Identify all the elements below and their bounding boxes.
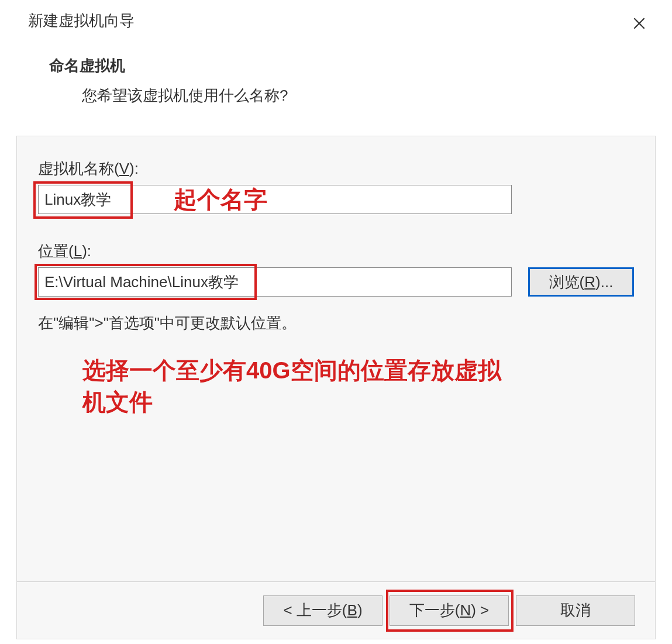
button-label: 下一步( [409,601,460,619]
vm-name-label: 虚拟机名称(V): [38,159,634,179]
next-button-wrap: 下一步(N) > [390,595,509,626]
close-icon [632,16,647,31]
button-accel: N [460,601,471,619]
button-label: 浏览( [549,273,585,291]
browse-button[interactable]: 浏览(R)... [528,267,634,297]
vm-location-label: 位置(L): [38,241,634,261]
vm-location-input[interactable] [38,267,512,297]
label-text: 虚拟机名称( [38,160,119,177]
button-label: ) > [471,601,489,619]
button-accel: R [584,273,595,291]
dialog-footer: < 上一步(B) 下一步(N) > 取消 [17,581,655,639]
vm-wizard-dialog: 新建虚拟机向导 命名虚拟机 您希望该虚拟机使用什么名称? 虚拟机名称(V): 起… [0,0,672,644]
button-label: < 上一步( [283,601,347,619]
next-button[interactable]: 下一步(N) > [390,595,509,626]
step-description: 您希望该虚拟机使用什么名称? [82,85,654,106]
dialog-title: 新建虚拟机向导 [28,11,654,31]
vm-name-field-wrap: 起个名字 [38,185,634,214]
label-text: 位置( [38,242,74,260]
dialog-body: 虚拟机名称(V): 起个名字 位置(L): 浏览(R)... 在"编辑">"首选… [16,136,656,639]
label-text: ): [129,160,139,177]
label-text: ): [82,242,91,260]
button-accel: B [347,601,357,619]
label-accel: V [119,160,129,177]
close-button[interactable] [629,13,650,34]
dialog-header: 新建虚拟机向导 命名虚拟机 您希望该虚拟机使用什么名称? [0,0,672,135]
annotation-location-hint: 选择一个至少有40G空间的位置存放虚拟机文件 [82,354,504,418]
vm-location-field-wrap [38,267,512,297]
back-button[interactable]: < 上一步(B) [263,595,382,626]
step-title: 命名虚拟机 [49,56,654,76]
vm-location-row: 浏览(R)... [38,267,634,297]
label-accel: L [74,242,82,260]
button-label: )... [595,273,613,291]
button-label: ) [357,601,363,619]
vm-name-input[interactable] [38,185,512,214]
cancel-button[interactable]: 取消 [516,595,635,626]
default-location-hint: 在"编辑">"首选项"中可更改默认位置。 [38,313,634,333]
